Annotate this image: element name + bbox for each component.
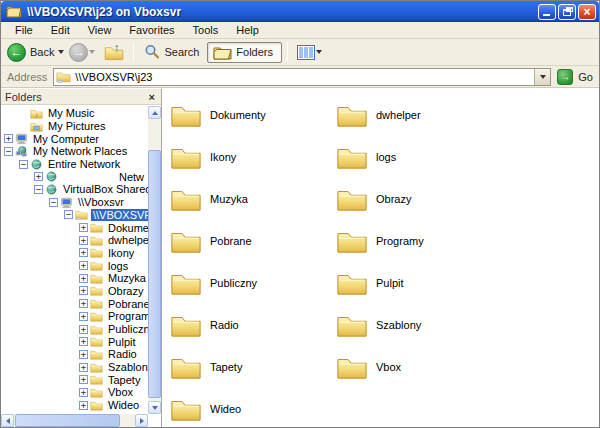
folder-tile-label[interactable]: Szablony — [376, 319, 421, 331]
tree-item-label[interactable]: My Pictures — [46, 120, 107, 132]
folder-tile[interactable]: Obrazy — [336, 178, 502, 220]
tree-item-label[interactable]: Programy — [106, 310, 148, 322]
tree-item-label[interactable]: VirtualBox Shared Folder — [61, 183, 148, 195]
up-button[interactable]: ↑ — [104, 44, 124, 61]
title-bar[interactable]: \\VBOXSVR\j23 on Vboxsvr × — [1, 1, 599, 22]
scroll-left-button[interactable] — [1, 414, 14, 427]
expand-icon[interactable]: + — [79, 312, 88, 321]
vertical-scrollbar[interactable] — [148, 106, 161, 414]
tree-item-label[interactable]: Tapety — [106, 374, 142, 386]
menu-help[interactable]: Help — [228, 23, 267, 37]
folder-tile[interactable]: Tapety — [170, 346, 336, 388]
forward-button[interactable]: → — [69, 43, 100, 62]
tree-item-label[interactable]: Vbox — [106, 386, 135, 398]
expand-icon[interactable]: + — [34, 172, 43, 181]
tree-item-label[interactable]: logs — [106, 260, 130, 272]
scroll-right-button[interactable] — [135, 414, 148, 427]
folder-tile[interactable]: Ikony — [170, 136, 336, 178]
expand-icon[interactable]: + — [79, 223, 88, 232]
tree-item[interactable]: ♪My Music — [1, 107, 148, 120]
tree-item[interactable]: +dwhelper — [1, 234, 148, 247]
collapse-icon[interactable]: − — [64, 210, 73, 219]
vertical-scroll-thumb[interactable] — [148, 150, 161, 398]
tree-item-label[interactable]: Szablony — [106, 361, 148, 373]
expand-icon[interactable]: + — [79, 236, 88, 245]
tree-item-label[interactable]: \\Vboxsvr — [76, 196, 126, 208]
menu-view[interactable]: View — [80, 23, 120, 37]
tree-item[interactable]: +Obrazy — [1, 285, 148, 298]
horizontal-scroll-thumb[interactable] — [15, 414, 120, 427]
tree-item-label[interactable]: Muzyka — [106, 272, 148, 284]
tree-item[interactable]: +Pulpit — [1, 335, 148, 348]
sidebar-close-icon[interactable]: × — [147, 92, 157, 102]
folder-tile-label[interactable]: Publiczny — [210, 277, 257, 289]
tree-item[interactable]: +My Computer — [1, 132, 148, 145]
collapse-icon[interactable]: − — [4, 147, 13, 156]
minimize-button[interactable] — [538, 4, 556, 20]
tree-item-label[interactable]: My Music — [46, 107, 96, 119]
tree-item[interactable]: My Pictures — [1, 120, 148, 133]
folder-tile-label[interactable]: dwhelper — [376, 109, 421, 121]
expand-icon[interactable]: + — [79, 325, 88, 334]
folder-tile[interactable]: Szablony — [336, 304, 502, 346]
tree-item-label[interactable]: Entire Network — [46, 158, 122, 170]
tree-item[interactable]: +Radio — [1, 348, 148, 361]
folder-tile[interactable]: Dokumenty — [170, 94, 336, 136]
tree-item-label[interactable]: Wideo — [106, 399, 141, 411]
expand-icon[interactable]: + — [79, 261, 88, 270]
expand-icon[interactable]: + — [79, 337, 88, 346]
folder-tile-label[interactable]: Radio — [210, 319, 239, 331]
folder-tile-label[interactable]: Muzyka — [210, 193, 248, 205]
folder-tile[interactable]: Pobrane — [170, 220, 336, 262]
tree-item[interactable]: +Muzyka — [1, 272, 148, 285]
forward-dropdown-icon[interactable] — [89, 50, 95, 54]
expand-icon[interactable]: + — [79, 388, 88, 397]
folder-tile-label[interactable]: Ikony — [210, 151, 236, 163]
folder-tile[interactable]: dwhelper — [336, 94, 502, 136]
tree-item[interactable]: −\\VBOXSVR\j23 — [1, 209, 148, 222]
tree-item[interactable]: +Szablony — [1, 361, 148, 374]
address-dropdown-button[interactable] — [534, 69, 550, 85]
tree-item[interactable]: +logs — [1, 259, 148, 272]
expand-icon[interactable]: + — [79, 375, 88, 384]
folders-button[interactable]: Folders — [207, 42, 282, 63]
tree-item-label[interactable]: My Computer — [31, 133, 101, 145]
tree-item-label[interactable]: Pulpit — [106, 336, 138, 348]
folder-tile[interactable]: Vbox — [336, 346, 502, 388]
tree-item[interactable]: +Tapety — [1, 373, 148, 386]
folder-tile-label[interactable]: Programy — [376, 235, 424, 247]
folder-tile-label[interactable]: Vbox — [376, 361, 401, 373]
folder-tile[interactable]: logs — [336, 136, 502, 178]
folder-tile-label[interactable]: Wideo — [210, 403, 241, 415]
expand-icon[interactable]: + — [79, 350, 88, 359]
tree-item[interactable]: −Entire Network — [1, 158, 148, 171]
menu-file[interactable]: File — [7, 23, 41, 37]
folder-tile[interactable]: Muzyka — [170, 178, 336, 220]
folder-tile[interactable]: Publiczny — [170, 262, 336, 304]
tree-item-label[interactable]: Obrazy — [106, 285, 145, 297]
horizontal-scrollbar[interactable] — [1, 414, 148, 427]
tree-item[interactable]: +Ikony — [1, 247, 148, 260]
folder-tile-label[interactable]: Pulpit — [376, 277, 404, 289]
folder-tile[interactable]: Wideo — [170, 388, 336, 427]
expand-icon[interactable]: + — [79, 363, 88, 372]
tree-item-label[interactable]: dwhelper — [106, 234, 148, 246]
tree-item-label[interactable]: Ikony — [106, 247, 136, 259]
tree-item[interactable]: +Netw — [1, 170, 148, 183]
back-button[interactable]: ← Back — [7, 43, 69, 62]
tree-item[interactable]: +Wideo — [1, 399, 148, 412]
tree-item-label[interactable]: My Network Places — [31, 145, 129, 157]
close-button[interactable]: × — [578, 4, 596, 20]
go-button[interactable]: → — [557, 69, 573, 85]
address-input[interactable]: \\VBOXSVR\j23 — [53, 68, 551, 86]
folder-tile[interactable]: Programy — [336, 220, 502, 262]
tree-item-label[interactable]: Dokumenty — [106, 222, 148, 234]
scroll-up-button[interactable] — [148, 106, 161, 119]
tree-item-label[interactable]: \\VBOXSVR\j23 — [91, 209, 148, 221]
folder-tile[interactable]: Pulpit — [336, 262, 502, 304]
tree-item-label[interactable]: Pobrane — [106, 298, 148, 310]
scroll-down-button[interactable] — [148, 401, 161, 414]
folder-tile-label[interactable]: Pobrane — [210, 235, 252, 247]
tree-item[interactable]: +Publiczny — [1, 323, 148, 336]
search-button[interactable]: Search — [139, 42, 207, 62]
